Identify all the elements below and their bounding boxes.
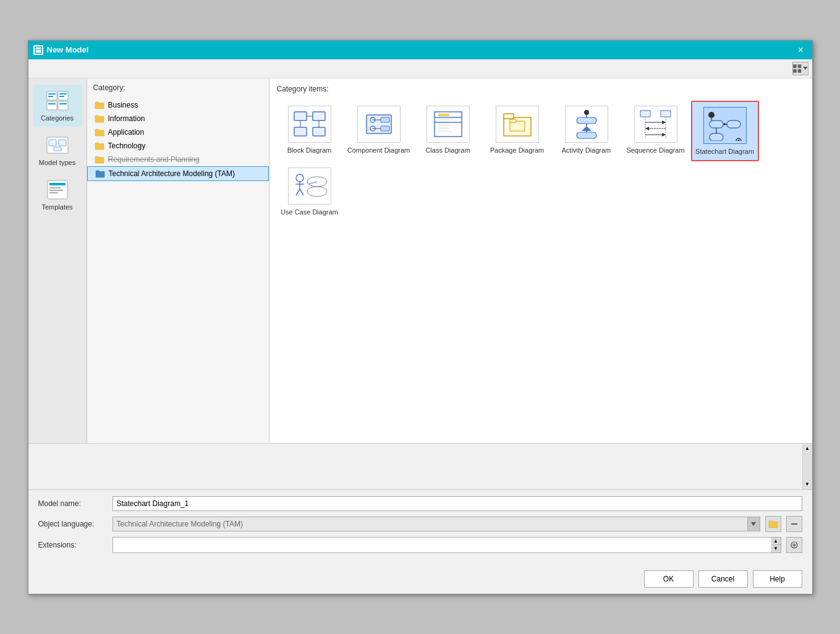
diagram-item-sequence[interactable]: Sequence Diagram bbox=[622, 101, 690, 161]
model-name-input[interactable] bbox=[112, 496, 802, 511]
svg-rect-11 bbox=[59, 93, 67, 95]
object-language-row: Object language: Technical Architecture … bbox=[38, 516, 802, 532]
object-language-clear-button[interactable] bbox=[786, 516, 802, 532]
scroll-down-button[interactable]: ▼ bbox=[803, 480, 812, 489]
svg-rect-51 bbox=[510, 119, 516, 122]
svg-rect-47 bbox=[438, 130, 452, 132]
svg-rect-39 bbox=[381, 126, 389, 131]
category-list: Business Information Appli bbox=[87, 97, 269, 182]
category-item-technology[interactable]: Technology bbox=[87, 139, 269, 153]
footer-buttons: OK Cancel Help bbox=[28, 564, 812, 594]
extensions-row: Extensions: ▲ ▼ bbox=[38, 537, 802, 553]
svg-rect-15 bbox=[58, 101, 68, 110]
usecase-diagram-icon bbox=[288, 167, 331, 205]
new-model-dialog: New Model × bbox=[28, 40, 813, 594]
svg-rect-55 bbox=[577, 132, 596, 138]
svg-rect-53 bbox=[577, 117, 596, 124]
package-diagram-icon bbox=[496, 106, 539, 143]
cancel-button[interactable]: Cancel bbox=[698, 570, 748, 588]
sidebar-item-categories[interactable]: Categories bbox=[33, 85, 82, 127]
svg-rect-38 bbox=[381, 117, 389, 122]
svg-rect-70 bbox=[710, 120, 723, 128]
categories-icon bbox=[45, 90, 70, 112]
svg-line-86 bbox=[308, 182, 317, 184]
category-item-information[interactable]: Information bbox=[87, 112, 269, 125]
category-label-requirements: Requirements and Planning bbox=[108, 155, 200, 164]
close-button[interactable]: × bbox=[795, 44, 807, 56]
svg-rect-19 bbox=[59, 140, 66, 146]
package-diagram-label: Package Diagram bbox=[490, 146, 544, 154]
sequence-diagram-label: Sequence Diagram bbox=[626, 146, 684, 154]
sidebar-item-model-types[interactable]: Model types bbox=[33, 129, 82, 171]
svg-marker-87 bbox=[751, 522, 756, 526]
scroll-up-button[interactable]: ▲ bbox=[803, 444, 812, 454]
svg-rect-0 bbox=[35, 47, 41, 53]
svg-rect-14 bbox=[48, 103, 56, 104]
block-diagram-label: Block Diagram bbox=[287, 146, 332, 154]
description-panel: ▲ ▼ bbox=[28, 443, 812, 489]
category-item-tam[interactable]: Technical Architecture Modeling (TAM) bbox=[87, 166, 269, 181]
model-name-label: Model name: bbox=[38, 499, 112, 508]
view-toggle-button[interactable] bbox=[792, 62, 808, 75]
object-language-select[interactable]: Technical Architecture Modeling (TAM) bbox=[112, 517, 760, 531]
svg-rect-88 bbox=[791, 523, 797, 525]
diagram-item-activity[interactable]: Activity Diagram bbox=[553, 101, 621, 161]
svg-rect-2 bbox=[793, 64, 797, 68]
description-scrollbar: ▲ ▼ bbox=[802, 444, 812, 489]
activity-diagram-icon bbox=[565, 106, 608, 143]
diagram-item-package[interactable]: Package Diagram bbox=[483, 101, 551, 161]
object-language-folder-button[interactable] bbox=[765, 516, 781, 532]
extensions-scroll-down[interactable]: ▼ bbox=[771, 545, 781, 552]
svg-rect-18 bbox=[49, 140, 56, 146]
category-label-business: Business bbox=[108, 101, 138, 109]
model-types-icon bbox=[45, 134, 70, 156]
categories-label: Categories bbox=[41, 114, 74, 122]
folder-icon-technology bbox=[95, 142, 104, 150]
ok-button[interactable]: OK bbox=[644, 570, 694, 588]
sequence-diagram-icon bbox=[634, 106, 677, 143]
help-button[interactable]: Help bbox=[753, 570, 802, 588]
templates-icon bbox=[45, 179, 70, 201]
extensions-add-button[interactable] bbox=[786, 537, 802, 553]
statechart-diagram-label: Statechart Diagram bbox=[695, 148, 754, 155]
svg-rect-20 bbox=[54, 147, 61, 151]
svg-point-69 bbox=[708, 112, 715, 118]
svg-rect-13 bbox=[47, 101, 57, 110]
category-item-requirements[interactable]: Requirements and Planning bbox=[87, 153, 269, 166]
extensions-scroll-up[interactable]: ▲ bbox=[771, 538, 781, 546]
svg-rect-60 bbox=[661, 111, 671, 117]
diagram-item-component[interactable]: Component Diagram bbox=[345, 101, 413, 161]
title-bar-left: New Model bbox=[33, 45, 89, 55]
svg-marker-54 bbox=[582, 126, 592, 131]
svg-rect-16 bbox=[59, 103, 67, 104]
svg-rect-46 bbox=[438, 127, 449, 129]
svg-rect-4 bbox=[793, 69, 797, 72]
statechart-diagram-icon bbox=[703, 107, 747, 144]
svg-rect-49 bbox=[504, 114, 514, 119]
class-diagram-icon bbox=[426, 106, 470, 143]
extensions-input[interactable] bbox=[113, 538, 781, 552]
svg-rect-3 bbox=[797, 64, 801, 68]
activity-diagram-label: Activity Diagram bbox=[562, 146, 611, 154]
category-panel: Category: Business Informati bbox=[87, 78, 269, 443]
main-content: Category: Business Informati bbox=[87, 78, 812, 443]
diagram-item-block[interactable]: Block Diagram bbox=[276, 101, 344, 161]
svg-marker-76 bbox=[724, 123, 727, 125]
category-item-application[interactable]: Application bbox=[87, 125, 269, 139]
dialog-body: Categories Model types bbox=[28, 59, 812, 594]
items-panel: Category items: bbox=[269, 78, 812, 443]
svg-rect-45 bbox=[438, 124, 451, 126]
sidebar-item-templates[interactable]: Templates bbox=[33, 174, 82, 216]
model-name-row: Model name: bbox=[38, 496, 802, 511]
category-header: Category: bbox=[87, 78, 269, 97]
object-language-dropdown-arrow[interactable] bbox=[747, 517, 760, 531]
diagram-item-statechart[interactable]: Statechart Diagram bbox=[691, 101, 759, 161]
svg-rect-72 bbox=[727, 120, 740, 128]
model-types-label: Model types bbox=[39, 159, 75, 166]
diagram-item-usecase[interactable]: Use Case Diagram bbox=[276, 163, 344, 221]
diagram-item-class[interactable]: Class Diagram bbox=[414, 101, 482, 161]
dialog-title: New Model bbox=[47, 45, 89, 54]
category-item-business[interactable]: Business bbox=[87, 98, 269, 112]
svg-marker-64 bbox=[662, 120, 666, 124]
block-diagram-icon bbox=[288, 106, 331, 143]
